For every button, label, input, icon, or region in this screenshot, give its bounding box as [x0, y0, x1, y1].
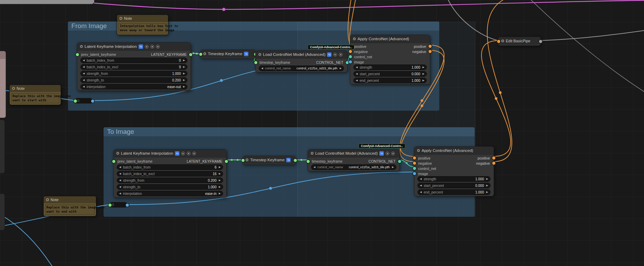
- input-port-timestep-keyframe[interactable]: [254, 61, 257, 64]
- decrement-icon[interactable]: [356, 71, 359, 76]
- link-midpoint-dot[interactable]: [222, 8, 226, 11]
- wire-gray-diagonal[interactable]: [531, 0, 644, 92]
- widget-strength-from[interactable]: strength_from 1.000: [80, 71, 187, 76]
- partial-node-left-mauve[interactable]: [0, 51, 6, 118]
- link-midpoint-dot[interactable]: [495, 97, 497, 100]
- decrement-icon[interactable]: [83, 71, 86, 76]
- widget-interpolation[interactable]: interpolation ease-out: [80, 84, 187, 89]
- widget-batch-index-from[interactable]: batch_index_from 6: [117, 164, 223, 170]
- decrement-icon[interactable]: [119, 171, 122, 176]
- decrement-icon[interactable]: [83, 78, 86, 83]
- node-latent-keyframe-interpolation-top[interactable]: Latent Keyframe Interpolation prev_laten…: [77, 42, 191, 91]
- input-port[interactable]: [74, 100, 77, 103]
- output-port-negative[interactable]: [429, 50, 432, 53]
- output-port[interactable]: [539, 40, 542, 43]
- output-port-latent-keyframe[interactable]: [225, 160, 228, 163]
- increment-icon[interactable]: [218, 171, 221, 176]
- increment-icon[interactable]: [218, 165, 221, 170]
- decrement-icon[interactable]: [356, 65, 359, 70]
- widget-start-percent[interactable]: start_percent 0.000: [417, 183, 491, 188]
- link-midpoint-dot[interactable]: [421, 104, 423, 107]
- output-port-positive[interactable]: [492, 156, 495, 160]
- note-start-image[interactable]: Note Replace this with the image you wan…: [9, 85, 61, 105]
- output-port[interactable]: [91, 100, 94, 103]
- note-interpolation[interactable]: Note Interpolation tells how fast to mov…: [117, 15, 168, 35]
- link-midpoint-dot[interactable]: [192, 52, 194, 54]
- widget-end-percent[interactable]: end_percent 1.000: [417, 189, 491, 195]
- widget-strength[interactable]: strength 1.000: [417, 176, 491, 182]
- increment-icon[interactable]: [218, 191, 221, 196]
- widget-strength-from[interactable]: strength_from 0.200: [117, 178, 223, 183]
- output-port-positive[interactable]: [429, 45, 432, 48]
- link-midpoint-dot[interactable]: [196, 53, 197, 54]
- output-port-latent-keyframe[interactable]: [189, 53, 192, 56]
- node-latent-keyframe-interpolation-bottom[interactable]: Latent Keyframe Interpolation prev_laten…: [113, 149, 227, 198]
- input-port[interactable]: [241, 159, 245, 162]
- increment-icon[interactable]: [485, 183, 488, 188]
- increment-icon[interactable]: [421, 78, 424, 83]
- node-titlebar[interactable]: Timestep Keyframe: [243, 156, 295, 164]
- decrement-icon[interactable]: [83, 58, 86, 63]
- widget-strength[interactable]: strength 1.000: [353, 65, 427, 70]
- widget-batch-index-from[interactable]: batch_index_from 0: [80, 58, 187, 63]
- node-load-controlnet-top[interactable]: Load ControlNet Model (Advanced) timeste…: [255, 50, 347, 72]
- node-titlebar[interactable]: Latent Keyframe Interpolation: [114, 149, 226, 157]
- decrement-icon[interactable]: [356, 78, 359, 83]
- widget-control-net-name[interactable]: control_net_name control_v11f1e_sd15_til…: [311, 164, 396, 170]
- decrement-icon[interactable]: [83, 65, 86, 69]
- note-end-image[interactable]: Note Replace this with the image you wan…: [43, 196, 96, 216]
- decrement-icon[interactable]: [261, 66, 264, 71]
- output-port[interactable]: [126, 204, 129, 207]
- partial-node-top-bar[interactable]: [0, 0, 94, 4]
- widget-start-percent[interactable]: start_percent 0.000: [353, 71, 427, 77]
- input-port-negative[interactable]: [349, 50, 352, 53]
- widget-batch-index-to-excl[interactable]: batch_index_to_excl 9: [80, 64, 187, 70]
- widget-control-net-name[interactable]: control_net_name control_v11f1e_sd15_til…: [259, 66, 344, 71]
- wire-negative-bottom-up[interactable]: [487, 0, 512, 162]
- note-titlebar[interactable]: Note: [10, 85, 61, 92]
- widget-strength-to[interactable]: strength_to 1.000: [117, 184, 223, 190]
- link-midpoint-dot[interactable]: [269, 187, 272, 190]
- node-timestep-keyframe-top[interactable]: Timestep Keyframe: [200, 50, 256, 59]
- input-port[interactable]: [108, 204, 112, 207]
- decrement-icon[interactable]: [314, 165, 317, 170]
- increment-icon[interactable]: [182, 84, 185, 89]
- reroute-node-bottom[interactable]: [109, 202, 127, 208]
- decrement-icon[interactable]: [83, 84, 86, 89]
- node-titlebar[interactable]: Apply ControlNet (Advanced): [350, 35, 430, 43]
- node-titlebar[interactable]: Timestep Keyframe: [201, 50, 255, 58]
- link-midpoint-dot[interactable]: [237, 159, 238, 161]
- increment-icon[interactable]: [182, 78, 185, 83]
- decrement-icon[interactable]: [119, 165, 122, 170]
- decrement-icon[interactable]: [420, 177, 423, 181]
- input-port-control-net[interactable]: [349, 55, 352, 58]
- link-midpoint-dot[interactable]: [421, 99, 423, 102]
- increment-icon[interactable]: [485, 190, 488, 195]
- increment-icon[interactable]: [218, 185, 221, 189]
- input-port-positive[interactable]: [413, 156, 416, 160]
- link-midpoint-dot[interactable]: [220, 79, 223, 82]
- decrement-icon[interactable]: [119, 191, 122, 196]
- partial-node-left-dark-2[interactable]: [0, 194, 5, 230]
- node-titlebar[interactable]: Latent Keyframe Interpolation: [77, 43, 191, 51]
- output-port[interactable]: [294, 159, 297, 162]
- input-port-prev-latent-keyframe[interactable]: [112, 160, 115, 163]
- decrement-icon[interactable]: [420, 183, 423, 188]
- reroute-node-top[interactable]: [75, 98, 93, 104]
- decrement-icon[interactable]: [119, 185, 122, 189]
- node-load-controlnet-bottom[interactable]: Load ControlNet Model (Advanced) timeste…: [308, 149, 400, 171]
- increment-icon[interactable]: [485, 177, 488, 181]
- node-apply-controlnet-bottom[interactable]: Apply ControlNet (Advanced) positive pos…: [414, 146, 494, 196]
- increment-icon[interactable]: [421, 65, 424, 70]
- increment-icon[interactable]: [391, 165, 394, 170]
- input-port-negative[interactable]: [413, 162, 416, 165]
- wire-magenta[interactable]: [94, 0, 644, 9]
- node-titlebar[interactable]: Edit BasicPipe: [499, 37, 540, 45]
- link-midpoint-dot[interactable]: [231, 159, 232, 161]
- increment-icon[interactable]: [182, 71, 185, 76]
- output-port-control-net[interactable]: [346, 61, 349, 64]
- increment-icon[interactable]: [421, 71, 424, 76]
- link-midpoint-dot[interactable]: [499, 91, 502, 94]
- widget-batch-index-to-excl[interactable]: batch_index_to_excl 16: [117, 171, 223, 177]
- decrement-icon[interactable]: [420, 190, 423, 195]
